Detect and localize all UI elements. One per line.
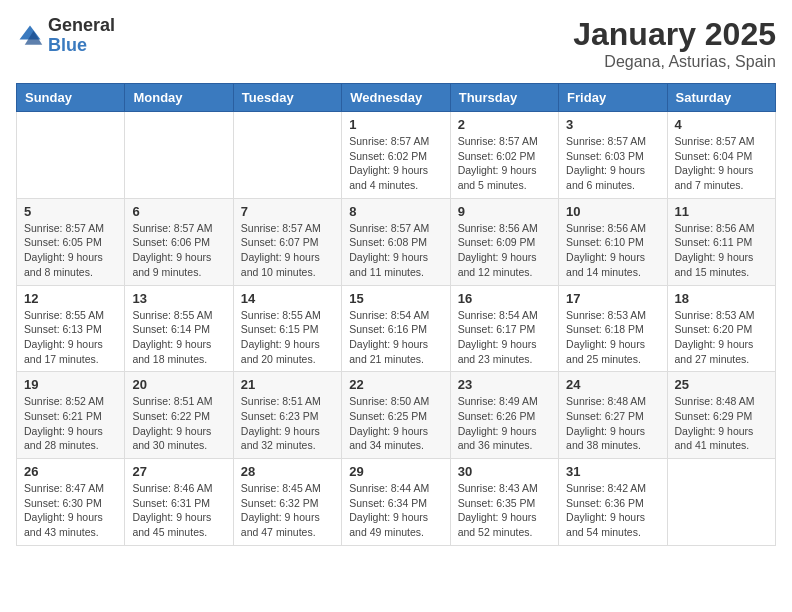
day-number: 25 [675, 377, 768, 392]
logo: General Blue [16, 16, 115, 56]
calendar-cell: 23Sunrise: 8:49 AM Sunset: 6:26 PM Dayli… [450, 372, 558, 459]
day-number: 17 [566, 291, 659, 306]
calendar-cell: 24Sunrise: 8:48 AM Sunset: 6:27 PM Dayli… [559, 372, 667, 459]
day-info: Sunrise: 8:57 AM Sunset: 6:02 PM Dayligh… [458, 134, 551, 193]
day-number: 18 [675, 291, 768, 306]
day-number: 2 [458, 117, 551, 132]
calendar-week-row: 12Sunrise: 8:55 AM Sunset: 6:13 PM Dayli… [17, 285, 776, 372]
day-number: 15 [349, 291, 442, 306]
day-info: Sunrise: 8:55 AM Sunset: 6:14 PM Dayligh… [132, 308, 225, 367]
day-number: 10 [566, 204, 659, 219]
weekday-header: Friday [559, 84, 667, 112]
day-number: 9 [458, 204, 551, 219]
day-number: 24 [566, 377, 659, 392]
calendar-cell: 5Sunrise: 8:57 AM Sunset: 6:05 PM Daylig… [17, 198, 125, 285]
calendar-cell: 31Sunrise: 8:42 AM Sunset: 6:36 PM Dayli… [559, 459, 667, 546]
day-number: 21 [241, 377, 334, 392]
calendar-cell: 4Sunrise: 8:57 AM Sunset: 6:04 PM Daylig… [667, 112, 775, 199]
calendar-cell: 7Sunrise: 8:57 AM Sunset: 6:07 PM Daylig… [233, 198, 341, 285]
day-info: Sunrise: 8:56 AM Sunset: 6:10 PM Dayligh… [566, 221, 659, 280]
title-block: January 2025 Degana, Asturias, Spain [573, 16, 776, 71]
day-number: 11 [675, 204, 768, 219]
day-number: 31 [566, 464, 659, 479]
weekday-header: Sunday [17, 84, 125, 112]
day-info: Sunrise: 8:57 AM Sunset: 6:07 PM Dayligh… [241, 221, 334, 280]
day-number: 8 [349, 204, 442, 219]
day-info: Sunrise: 8:52 AM Sunset: 6:21 PM Dayligh… [24, 394, 117, 453]
calendar-cell: 11Sunrise: 8:56 AM Sunset: 6:11 PM Dayli… [667, 198, 775, 285]
calendar-cell: 29Sunrise: 8:44 AM Sunset: 6:34 PM Dayli… [342, 459, 450, 546]
calendar-cell: 1Sunrise: 8:57 AM Sunset: 6:02 PM Daylig… [342, 112, 450, 199]
day-number: 28 [241, 464, 334, 479]
day-info: Sunrise: 8:49 AM Sunset: 6:26 PM Dayligh… [458, 394, 551, 453]
day-number: 20 [132, 377, 225, 392]
day-info: Sunrise: 8:57 AM Sunset: 6:03 PM Dayligh… [566, 134, 659, 193]
calendar-cell: 6Sunrise: 8:57 AM Sunset: 6:06 PM Daylig… [125, 198, 233, 285]
page-header: General Blue January 2025 Degana, Asturi… [16, 16, 776, 71]
calendar-cell: 22Sunrise: 8:50 AM Sunset: 6:25 PM Dayli… [342, 372, 450, 459]
day-info: Sunrise: 8:55 AM Sunset: 6:15 PM Dayligh… [241, 308, 334, 367]
weekday-header: Saturday [667, 84, 775, 112]
day-info: Sunrise: 8:54 AM Sunset: 6:17 PM Dayligh… [458, 308, 551, 367]
calendar-cell: 20Sunrise: 8:51 AM Sunset: 6:22 PM Dayli… [125, 372, 233, 459]
weekday-header: Wednesday [342, 84, 450, 112]
month-title: January 2025 [573, 16, 776, 53]
calendar-cell: 10Sunrise: 8:56 AM Sunset: 6:10 PM Dayli… [559, 198, 667, 285]
day-number: 1 [349, 117, 442, 132]
logo-text: General Blue [48, 16, 115, 56]
day-info: Sunrise: 8:43 AM Sunset: 6:35 PM Dayligh… [458, 481, 551, 540]
day-info: Sunrise: 8:48 AM Sunset: 6:27 PM Dayligh… [566, 394, 659, 453]
calendar-cell [17, 112, 125, 199]
calendar-cell: 14Sunrise: 8:55 AM Sunset: 6:15 PM Dayli… [233, 285, 341, 372]
day-info: Sunrise: 8:53 AM Sunset: 6:18 PM Dayligh… [566, 308, 659, 367]
day-info: Sunrise: 8:56 AM Sunset: 6:09 PM Dayligh… [458, 221, 551, 280]
day-info: Sunrise: 8:42 AM Sunset: 6:36 PM Dayligh… [566, 481, 659, 540]
day-number: 5 [24, 204, 117, 219]
day-info: Sunrise: 8:57 AM Sunset: 6:02 PM Dayligh… [349, 134, 442, 193]
calendar-cell: 16Sunrise: 8:54 AM Sunset: 6:17 PM Dayli… [450, 285, 558, 372]
day-info: Sunrise: 8:45 AM Sunset: 6:32 PM Dayligh… [241, 481, 334, 540]
logo-icon [16, 22, 44, 50]
day-number: 16 [458, 291, 551, 306]
day-info: Sunrise: 8:57 AM Sunset: 6:05 PM Dayligh… [24, 221, 117, 280]
day-number: 12 [24, 291, 117, 306]
day-info: Sunrise: 8:57 AM Sunset: 6:04 PM Dayligh… [675, 134, 768, 193]
calendar-cell: 17Sunrise: 8:53 AM Sunset: 6:18 PM Dayli… [559, 285, 667, 372]
calendar-week-row: 26Sunrise: 8:47 AM Sunset: 6:30 PM Dayli… [17, 459, 776, 546]
day-info: Sunrise: 8:56 AM Sunset: 6:11 PM Dayligh… [675, 221, 768, 280]
weekday-header: Thursday [450, 84, 558, 112]
weekday-header: Tuesday [233, 84, 341, 112]
weekday-header: Monday [125, 84, 233, 112]
day-info: Sunrise: 8:57 AM Sunset: 6:06 PM Dayligh… [132, 221, 225, 280]
calendar-week-row: 19Sunrise: 8:52 AM Sunset: 6:21 PM Dayli… [17, 372, 776, 459]
day-info: Sunrise: 8:47 AM Sunset: 6:30 PM Dayligh… [24, 481, 117, 540]
day-info: Sunrise: 8:53 AM Sunset: 6:20 PM Dayligh… [675, 308, 768, 367]
calendar-cell: 21Sunrise: 8:51 AM Sunset: 6:23 PM Dayli… [233, 372, 341, 459]
calendar-cell: 30Sunrise: 8:43 AM Sunset: 6:35 PM Dayli… [450, 459, 558, 546]
day-number: 4 [675, 117, 768, 132]
calendar-cell: 27Sunrise: 8:46 AM Sunset: 6:31 PM Dayli… [125, 459, 233, 546]
day-number: 3 [566, 117, 659, 132]
day-info: Sunrise: 8:51 AM Sunset: 6:22 PM Dayligh… [132, 394, 225, 453]
calendar-cell: 25Sunrise: 8:48 AM Sunset: 6:29 PM Dayli… [667, 372, 775, 459]
day-info: Sunrise: 8:48 AM Sunset: 6:29 PM Dayligh… [675, 394, 768, 453]
calendar-table: SundayMondayTuesdayWednesdayThursdayFrid… [16, 83, 776, 546]
day-number: 23 [458, 377, 551, 392]
logo-general-text: General [48, 16, 115, 36]
day-info: Sunrise: 8:57 AM Sunset: 6:08 PM Dayligh… [349, 221, 442, 280]
day-info: Sunrise: 8:51 AM Sunset: 6:23 PM Dayligh… [241, 394, 334, 453]
calendar-week-row: 5Sunrise: 8:57 AM Sunset: 6:05 PM Daylig… [17, 198, 776, 285]
calendar-header-row: SundayMondayTuesdayWednesdayThursdayFrid… [17, 84, 776, 112]
day-number: 7 [241, 204, 334, 219]
calendar-cell: 26Sunrise: 8:47 AM Sunset: 6:30 PM Dayli… [17, 459, 125, 546]
calendar-cell [667, 459, 775, 546]
day-number: 6 [132, 204, 225, 219]
calendar-cell: 13Sunrise: 8:55 AM Sunset: 6:14 PM Dayli… [125, 285, 233, 372]
location: Degana, Asturias, Spain [573, 53, 776, 71]
day-number: 22 [349, 377, 442, 392]
calendar-cell: 12Sunrise: 8:55 AM Sunset: 6:13 PM Dayli… [17, 285, 125, 372]
day-info: Sunrise: 8:54 AM Sunset: 6:16 PM Dayligh… [349, 308, 442, 367]
day-info: Sunrise: 8:55 AM Sunset: 6:13 PM Dayligh… [24, 308, 117, 367]
calendar-cell: 19Sunrise: 8:52 AM Sunset: 6:21 PM Dayli… [17, 372, 125, 459]
day-number: 26 [24, 464, 117, 479]
